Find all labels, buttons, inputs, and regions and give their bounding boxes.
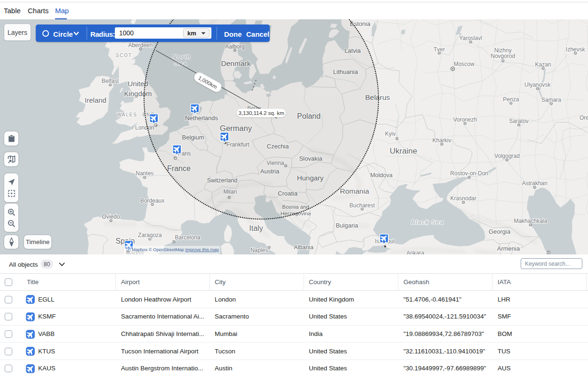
svg-text:Zaragoza: Zaragoza [138, 232, 162, 238]
svg-text:Volgograd: Volgograd [494, 153, 520, 159]
svg-text:Novgorod: Novgorod [491, 53, 515, 59]
svg-text:Saratov: Saratov [509, 118, 528, 124]
svg-text:Voronezh: Voronezh [453, 116, 477, 123]
svg-text:Oviedo: Oviedo [102, 213, 120, 220]
svg-text:Black Sea: Black Sea [411, 219, 444, 226]
svg-text:Makhachkala: Makhachkala [514, 218, 547, 224]
svg-text:Naples: Naples [250, 247, 268, 253]
svg-text:Moldova: Moldova [370, 172, 392, 179]
svg-text:Ukraine: Ukraine [390, 147, 418, 155]
svg-text:Izhevsk: Izhevsk [566, 46, 586, 53]
svg-text:Astrakhan: Astrakhan [522, 180, 548, 187]
svg-text:Belfast: Belfast [102, 78, 119, 84]
svg-text:Armenia: Armenia [497, 245, 520, 252]
svg-text:Kharkiv: Kharkiv [432, 137, 451, 144]
svg-text:Bulgaria: Bulgaria [336, 222, 358, 229]
svg-text:Ankara: Ankara [406, 250, 424, 254]
svg-text:Rostov-on-Don: Rostov-on-Don [450, 170, 488, 177]
svg-text:Penza: Penza [503, 96, 519, 103]
svg-text:Bucharest: Bucharest [349, 202, 375, 209]
svg-text:Tver: Tver [434, 46, 445, 53]
svg-text:WALES: WALES [117, 112, 137, 117]
svg-text:Italy: Italy [249, 224, 263, 232]
svg-text:Samara: Samara [541, 97, 561, 103]
svg-text:Ulyanovsk: Ulyanovsk [524, 82, 551, 88]
svg-text:Nantes: Nantes [136, 170, 153, 177]
svg-text:Georgia: Georgia [489, 228, 511, 235]
svg-text:Kyiv: Kyiv [385, 131, 396, 137]
svg-text:Albania: Albania [294, 244, 314, 251]
svg-text:Ireland: Ireland [85, 96, 106, 104]
svg-text:Kazan: Kazan [535, 61, 551, 68]
svg-text:Aberdeen: Aberdeen [128, 42, 153, 49]
svg-text:Bordeaux: Bordeaux [140, 197, 164, 204]
svg-text:Orenburg: Orenburg [580, 114, 588, 121]
svg-text:Krasnodar: Krasnodar [451, 195, 476, 202]
svg-text:SCOT.: SCOT. [116, 53, 134, 58]
svg-text:Barcelona: Barcelona [175, 234, 200, 241]
svg-text:Moscow: Moscow [454, 61, 475, 67]
svg-text:Yaroslavl: Yaroslavl [459, 35, 482, 41]
svg-text:Romania: Romania [340, 187, 369, 195]
